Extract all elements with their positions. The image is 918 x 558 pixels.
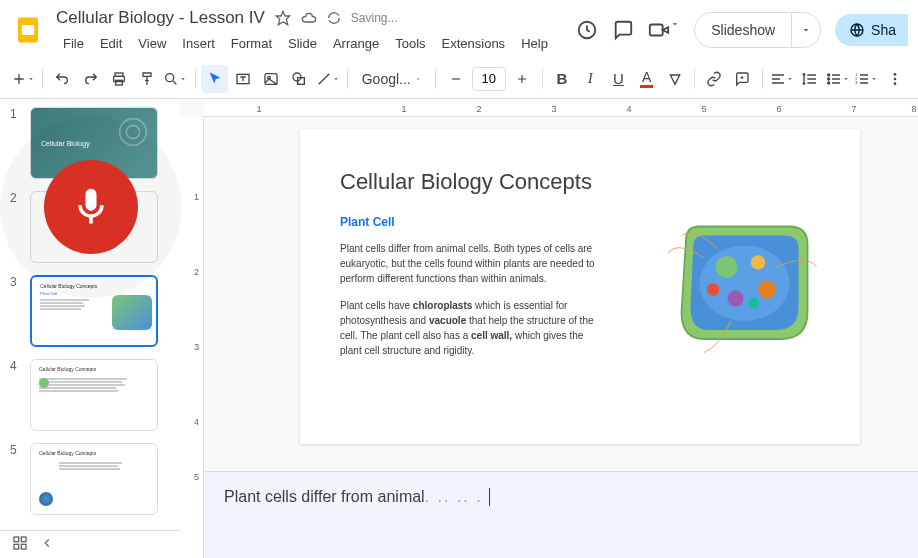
thumb-row-5[interactable]: 5 Cellular Biology Concepts [10, 443, 170, 515]
svg-rect-34 [21, 537, 26, 542]
add-comment-button[interactable] [729, 65, 755, 93]
comment-icon[interactable] [612, 19, 634, 41]
move-icon[interactable] [301, 10, 317, 26]
slides-logo[interactable] [10, 12, 46, 48]
underline-button[interactable]: U [605, 65, 631, 93]
align-button[interactable] [768, 65, 794, 93]
slideshow-main[interactable]: Slideshow [695, 13, 792, 47]
ruler-horizontal: 1 1 2 3 4 5 6 7 8 [204, 99, 918, 117]
grid-view-icon[interactable] [12, 535, 28, 555]
undo-button[interactable] [49, 65, 75, 93]
document-title[interactable]: Cellular Biology - Lesson IV [56, 8, 265, 28]
paint-format-button[interactable] [134, 65, 160, 93]
svg-point-21 [893, 73, 896, 76]
star-icon[interactable] [275, 10, 291, 26]
menu-tools[interactable]: Tools [388, 32, 432, 55]
thumb-row-3[interactable]: 3 Cellular Biology Concepts Plant Cell [10, 275, 170, 347]
menu-file[interactable]: File [56, 32, 91, 55]
textbox-button[interactable] [230, 65, 256, 93]
svg-point-9 [166, 73, 174, 81]
saving-status: Saving... [351, 11, 398, 25]
svg-point-30 [727, 290, 743, 306]
more-button[interactable] [882, 65, 908, 93]
slide-title[interactable]: Cellular Biology Concepts [340, 169, 820, 195]
share-button[interactable]: Sha [835, 14, 908, 46]
sync-icon[interactable] [327, 11, 341, 25]
thumb-row-4[interactable]: 4 Cellular Biology Concepts [10, 359, 170, 431]
image-button[interactable] [258, 65, 284, 93]
slideshow-button: Slideshow [694, 12, 821, 48]
slide-paragraph-2[interactable]: Plant cells have chloroplasts which is e… [340, 298, 600, 358]
svg-marker-2 [276, 11, 289, 24]
menu-arrange[interactable]: Arrange [326, 32, 386, 55]
numbered-list-button[interactable]: 123 [853, 65, 879, 93]
svg-point-23 [893, 82, 896, 85]
notes-text[interactable]: Plant cells differ from animal. .. .. . [224, 488, 483, 506]
voice-typing-button[interactable] [44, 160, 138, 254]
svg-point-29 [758, 281, 776, 299]
main: 1 Cellular Biology 2 3 Cellular Biology … [0, 99, 918, 558]
svg-point-15 [828, 74, 830, 76]
slide-canvas[interactable]: Cellular Biology Concepts Plant Cell Pla… [300, 129, 860, 444]
menu-bar: File Edit View Insert Format Slide Arran… [56, 32, 566, 55]
bottom-bar [0, 530, 180, 558]
svg-point-24 [120, 119, 147, 146]
print-button[interactable] [106, 65, 132, 93]
link-button[interactable] [701, 65, 727, 93]
header-actions: Slideshow Sha [576, 12, 908, 48]
slide-paragraph-1[interactable]: Plant cells differ from animal cells. Bo… [340, 241, 600, 286]
svg-point-16 [828, 78, 830, 80]
menu-help[interactable]: Help [514, 32, 555, 55]
line-button[interactable] [315, 65, 341, 93]
select-tool[interactable] [201, 65, 227, 93]
slide-thumb-5[interactable]: Cellular Biology Concepts [30, 443, 158, 515]
svg-point-31 [707, 283, 720, 296]
menu-format[interactable]: Format [224, 32, 279, 55]
new-slide-button[interactable] [10, 65, 36, 93]
svg-rect-33 [14, 537, 19, 542]
increase-font-button[interactable] [508, 65, 536, 93]
line-spacing-button[interactable] [797, 65, 823, 93]
text-cursor [489, 488, 490, 506]
svg-rect-35 [14, 544, 19, 549]
bullet-list-button[interactable] [825, 65, 851, 93]
shape-button[interactable] [286, 65, 312, 93]
zoom-button[interactable] [162, 65, 188, 93]
toolbar: Googl... 10 B I U A 123 [0, 59, 918, 99]
slide-thumb-3[interactable]: Cellular Biology Concepts Plant Cell [30, 275, 158, 347]
text-color-button[interactable]: A [634, 65, 660, 93]
video-icon[interactable] [648, 19, 680, 41]
svg-point-27 [716, 256, 738, 278]
menu-view[interactable]: View [131, 32, 173, 55]
menu-slide[interactable]: Slide [281, 32, 324, 55]
bold-button[interactable]: B [549, 65, 575, 93]
speaker-notes[interactable]: Plant cells differ from animal. .. .. . [204, 471, 918, 558]
svg-point-17 [828, 82, 830, 84]
slideshow-dropdown[interactable] [792, 24, 820, 36]
font-size-input[interactable]: 10 [472, 67, 506, 91]
canvas-area[interactable]: 1 1 2 3 4 5 6 7 8 1 2 3 4 5 Cellular Bio… [180, 99, 918, 558]
collapse-icon[interactable] [40, 536, 54, 554]
italic-button[interactable]: I [577, 65, 603, 93]
history-icon[interactable] [576, 19, 598, 41]
svg-point-32 [748, 298, 759, 309]
redo-button[interactable] [77, 65, 103, 93]
title-area: Cellular Biology - Lesson IV Saving... F… [56, 6, 566, 55]
svg-rect-36 [21, 544, 26, 549]
share-label: Sha [871, 22, 896, 38]
menu-extensions[interactable]: Extensions [435, 32, 513, 55]
font-size-control: 10 [442, 65, 536, 93]
menu-edit[interactable]: Edit [93, 32, 129, 55]
highlight-button[interactable] [662, 65, 688, 93]
font-selector[interactable]: Googl... [354, 71, 429, 87]
header: Cellular Biology - Lesson IV Saving... F… [0, 0, 918, 55]
slide-thumb-4[interactable]: Cellular Biology Concepts [30, 359, 158, 431]
svg-point-22 [893, 77, 896, 80]
svg-text:3: 3 [856, 80, 859, 85]
svg-point-25 [126, 125, 139, 138]
svg-point-28 [751, 255, 765, 269]
menu-insert[interactable]: Insert [175, 32, 222, 55]
decrease-font-button[interactable] [442, 65, 470, 93]
svg-rect-1 [22, 25, 35, 35]
plant-cell-image[interactable] [650, 204, 830, 364]
